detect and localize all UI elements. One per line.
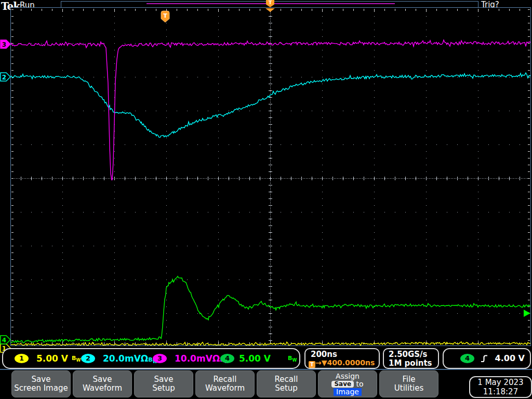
save-setup-button[interactable]: SaveSetup <box>134 370 193 397</box>
date: 1 May 2023 <box>470 378 531 387</box>
oscilloscope-screen: Tek Run T Trig? 1234T 1 5.00 V BW 2 20.0… <box>0 0 532 399</box>
recall-setup-button[interactable]: RecallSetup <box>257 370 316 397</box>
ch4-badge: 4 <box>220 354 234 363</box>
graticule <box>10 7 531 346</box>
timebase-scale: 200ns <box>311 350 337 359</box>
trigger-source-badge: 4 <box>460 354 474 363</box>
ch3-badge: 3 <box>153 354 167 363</box>
rising-edge-icon <box>480 354 488 363</box>
save-screen-image-button[interactable]: SaveScreen Image <box>11 370 71 397</box>
channel-readout-bar: 1 5.00 V BW 2 20.0mVΩBW 3 10.0mVΩBW 4 5.… <box>2 348 300 369</box>
ch2-badge: 2 <box>81 354 95 363</box>
trigger-readout: 4 4.00 V <box>443 348 531 369</box>
ch1-scale: 5.00 V <box>36 353 68 364</box>
trigger-level: 4.00 V <box>495 353 525 363</box>
svg-text:3: 3 <box>2 41 6 48</box>
ch4-bandwidth-icon: BW <box>288 355 297 363</box>
assign-target-highlight: Image <box>334 388 362 396</box>
horizontal-readout: 200ns T→▼400.0000ns <box>304 348 380 369</box>
file-utilities-button[interactable]: FileUtilities <box>379 370 438 397</box>
svg-text:2: 2 <box>2 74 6 81</box>
ohm-symbol: Ω <box>212 353 220 364</box>
ch1-badge: 1 <box>15 354 29 363</box>
datetime-display: 1 May 2023 11:18:27 <box>469 376 532 398</box>
save-badge: Save <box>331 381 354 388</box>
trigger-t-icon: T <box>309 361 315 368</box>
ch4-scale: 5.00 V <box>239 353 271 364</box>
acquisition-readout: 2.50GS/s 1M points <box>383 348 439 369</box>
svg-text:4: 4 <box>2 337 6 344</box>
assign-save-button[interactable]: Assign Save to Image <box>318 370 377 397</box>
save-waveform-button[interactable]: SaveWaveform <box>73 370 132 397</box>
menu-separator <box>0 369 532 370</box>
record-length: 1M points <box>389 358 432 368</box>
sample-rate: 2.50GS/s <box>389 350 428 359</box>
recall-waveform-button[interactable]: RecallWaveform <box>195 370 255 397</box>
time: 11:18:27 <box>470 387 531 396</box>
ch1-bandwidth-icon: BW <box>72 355 81 363</box>
trigger-delay-readout: T→▼400.0000ns <box>309 358 375 368</box>
ohm-symbol: Ω <box>141 353 148 364</box>
ch2-scale: 20.0mVΩBW <box>103 353 157 364</box>
